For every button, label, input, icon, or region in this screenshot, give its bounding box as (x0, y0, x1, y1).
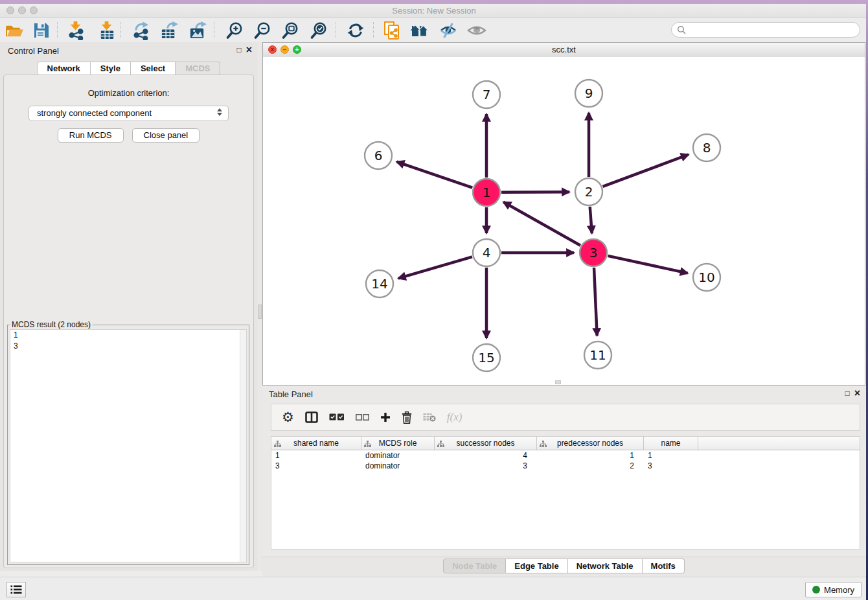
zoom-selected-button[interactable] (308, 21, 329, 40)
zoom-fit-button[interactable] (280, 21, 301, 40)
network-zoom-button[interactable]: + (293, 45, 301, 54)
graph-node-4[interactable]: 4 (473, 239, 500, 266)
table-cell[interactable]: 3 (435, 461, 537, 471)
close-panel-button[interactable]: Close panel (132, 128, 200, 143)
graph-edge-2-3[interactable] (590, 207, 592, 233)
tab-network[interactable]: Network (37, 62, 91, 75)
column-header-mcds-role[interactable]: MCDS role (361, 437, 435, 450)
graph-node-6[interactable]: 6 (365, 142, 392, 169)
graph-edge-1-6[interactable] (396, 162, 472, 188)
status-menu-button[interactable] (6, 582, 26, 597)
table-cell[interactable]: dominator (361, 450, 435, 461)
mcds-result-list[interactable]: 13 (10, 329, 247, 562)
graph-node-7[interactable]: 7 (473, 81, 500, 108)
tab-edge-table[interactable]: Edge Table (506, 559, 567, 573)
network-window-titlebar[interactable]: × − + scc.txt (263, 43, 865, 58)
search-box[interactable] (671, 22, 860, 38)
hierarchy-icon (437, 440, 444, 449)
open-session-button[interactable] (4, 21, 25, 40)
column-header-predecessor-nodes[interactable]: predecessor nodes (537, 437, 644, 450)
table-cell[interactable]: 3 (271, 461, 361, 471)
table-row[interactable]: 1dominator411 (271, 450, 860, 461)
criterion-select[interactable]: strongly connected component (29, 106, 229, 121)
export-table-button[interactable] (159, 21, 179, 40)
graph-node-15[interactable]: 15 (473, 344, 500, 371)
table-cell[interactable]: 1 (644, 450, 698, 461)
graph-node-1[interactable]: 1 (473, 179, 500, 206)
table-settings-button[interactable]: ⚙ (282, 411, 294, 424)
table-cell[interactable]: 2 (537, 461, 644, 471)
table-cell[interactable]: 3 (644, 461, 698, 471)
graph-node-label: 15 (478, 350, 494, 365)
column-header-successor-nodes[interactable]: successor nodes (435, 437, 537, 450)
birds-eye-view-button[interactable] (466, 21, 487, 40)
table-row[interactable]: 3dominator323 (271, 461, 860, 471)
graph-node-label: 11 (589, 347, 606, 363)
table-panel-close-icon[interactable]: × (854, 389, 860, 398)
graph-edge-1-2[interactable] (501, 192, 569, 192)
window-close-button[interactable] (6, 6, 14, 14)
graph-node-2[interactable]: 2 (575, 178, 602, 205)
apply-layout-button[interactable] (345, 21, 366, 40)
new-network-button[interactable] (382, 21, 402, 40)
tab-style[interactable]: Style (91, 62, 131, 75)
table-cell[interactable]: dominator (361, 461, 435, 471)
tab-motifs[interactable]: Motifs (643, 559, 685, 573)
tab-network-table[interactable]: Network Table (568, 559, 643, 573)
vertical-splitter[interactable] (257, 42, 262, 571)
column-header-shared-name[interactable]: shared name (271, 437, 361, 450)
column-header-name[interactable]: name (644, 437, 698, 450)
table-cell[interactable]: 1 (271, 450, 361, 461)
table-panel-float-icon[interactable]: □ (845, 389, 849, 398)
graph-edge-4-14[interactable] (398, 257, 472, 278)
apply-function-button[interactable]: f(x) (447, 411, 463, 424)
show-columns-button[interactable] (305, 411, 318, 423)
horizontal-splitter-grip[interactable] (555, 380, 561, 384)
graph-node-11[interactable]: 11 (584, 341, 611, 369)
result-scrollbar[interactable] (240, 330, 246, 562)
tab-select[interactable]: Select (131, 62, 176, 75)
graph-node-3[interactable]: 3 (580, 239, 607, 266)
table-cell[interactable]: 1 (537, 450, 644, 461)
network-close-button[interactable]: × (268, 45, 277, 54)
graph-edge-3-10[interactable] (608, 256, 687, 273)
graph-edge-3-11[interactable] (594, 268, 597, 336)
graph-node-10[interactable]: 10 (693, 264, 720, 291)
zoom-out-button[interactable] (252, 21, 273, 40)
zoom-in-button[interactable] (224, 21, 245, 40)
tab-mcds[interactable]: MCDS (176, 62, 220, 75)
select-all-columns-button[interactable] (329, 413, 345, 421)
graph-edge-3-1[interactable] (503, 202, 580, 246)
network-minimize-button[interactable]: − (280, 45, 289, 54)
tab-node-table[interactable]: Node Table (443, 559, 506, 573)
search-input[interactable] (686, 23, 860, 37)
control-panel-close-icon[interactable]: × (246, 45, 252, 54)
network-graph[interactable]: 7968124314101511 (263, 57, 865, 385)
splitter-grip[interactable] (258, 305, 262, 319)
import-table-button[interactable] (97, 21, 117, 40)
unselect-all-columns-button[interactable] (356, 414, 369, 421)
first-neighbors-button[interactable] (409, 21, 430, 40)
run-mcds-button[interactable]: Run MCDS (58, 128, 124, 143)
columns-icon (305, 411, 318, 423)
show-graphics-details-button[interactable] (438, 21, 459, 40)
export-network-button[interactable] (131, 21, 152, 40)
import-network-button[interactable] (65, 21, 86, 40)
window-zoom-button[interactable] (30, 6, 38, 14)
graph-edge-2-8[interactable] (603, 154, 689, 186)
window-minimize-button[interactable] (18, 6, 26, 14)
table-cell[interactable]: 4 (435, 450, 537, 461)
delete-table-button[interactable] (423, 413, 436, 422)
graph-node-14[interactable]: 14 (366, 270, 393, 297)
create-column-button[interactable] (380, 412, 391, 422)
graph-node-9[interactable]: 9 (575, 80, 602, 107)
network-canvas[interactable]: 7968124314101511 (263, 57, 865, 385)
zoom-fit-icon (281, 21, 299, 40)
app-titlebar: Session: New Session (0, 4, 868, 18)
save-session-button[interactable] (31, 21, 52, 40)
graph-node-8[interactable]: 8 (693, 134, 720, 161)
delete-column-button[interactable] (402, 411, 412, 424)
memory-button[interactable]: Memory (805, 582, 862, 597)
export-image-button[interactable] (187, 21, 208, 40)
control-panel-float-icon[interactable]: □ (236, 45, 241, 54)
